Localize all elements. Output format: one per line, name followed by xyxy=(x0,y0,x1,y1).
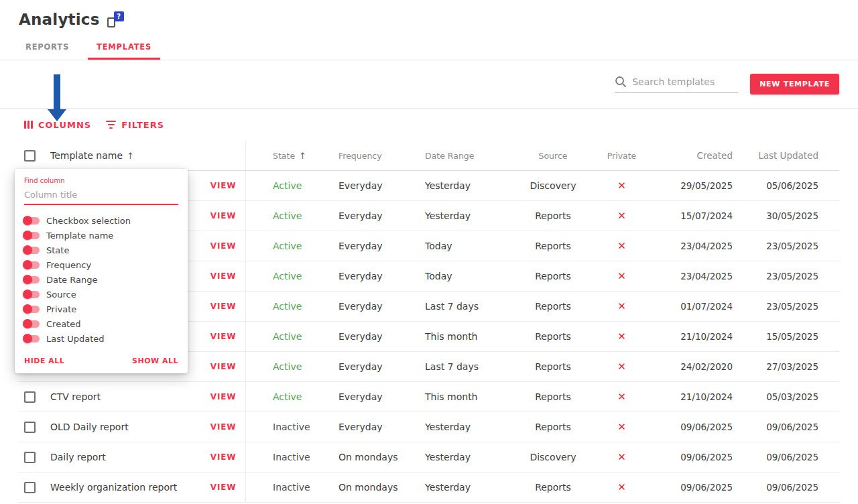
column-toggle-item[interactable]: Checkbox selection xyxy=(24,213,178,228)
frequency-cell: Everyday xyxy=(328,180,416,191)
search-input[interactable] xyxy=(632,76,738,87)
date-range-cell: Yesterday xyxy=(416,422,516,432)
column-toggle-item[interactable]: State xyxy=(24,243,178,257)
toggle-switch-on[interactable] xyxy=(24,276,40,284)
column-toggle-label: Frequency xyxy=(46,260,91,270)
filters-button[interactable]: FILTERS xyxy=(106,120,164,130)
header-private[interactable]: Private xyxy=(590,151,654,161)
private-x-icon: ✕ xyxy=(617,240,626,252)
source-cell: Discovery xyxy=(516,452,590,462)
header-state[interactable]: State ↑ xyxy=(246,151,328,161)
view-link[interactable]: VIEW xyxy=(201,412,246,442)
search-field[interactable] xyxy=(615,76,738,92)
help-icon[interactable]: ? xyxy=(107,11,124,27)
toggle-switch-on[interactable] xyxy=(24,306,40,313)
toggle-knob xyxy=(23,319,32,328)
select-all-checkbox[interactable] xyxy=(24,150,36,162)
row-checkbox[interactable] xyxy=(24,452,36,463)
frequency-cell: Everyday xyxy=(328,301,416,312)
date-range-cell: Last 7 days xyxy=(416,361,516,372)
state-cell: Inactive xyxy=(246,482,328,493)
frequency-cell: On mondays xyxy=(328,452,416,462)
created-cell: 23/04/2025 xyxy=(654,241,737,251)
column-toggle-item[interactable]: Source xyxy=(24,287,178,302)
private-x-icon: ✕ xyxy=(617,300,626,312)
last-updated-cell: 05/06/2025 xyxy=(737,180,839,191)
column-toggle-list: Checkbox selection Template name State F… xyxy=(24,213,178,346)
toggle-knob xyxy=(23,334,32,343)
column-toggle-label: State xyxy=(46,245,69,255)
tab-templates[interactable]: TEMPLATES xyxy=(88,39,160,60)
column-toggle-item[interactable]: Last Updated xyxy=(24,331,178,346)
private-x-icon: ✕ xyxy=(617,180,626,192)
toggle-knob xyxy=(23,304,32,314)
column-toggle-item[interactable]: Private xyxy=(24,302,178,316)
frequency-cell: Everyday xyxy=(328,271,416,281)
columns-button[interactable]: COLUMNS xyxy=(24,120,91,130)
state-cell: Inactive xyxy=(246,452,328,462)
last-updated-cell: 23/05/2025 xyxy=(737,241,839,251)
columns-icon xyxy=(24,121,33,129)
header-last-updated[interactable]: Last Updated xyxy=(737,150,839,161)
view-link[interactable]: VIEW xyxy=(201,442,246,472)
table-row: Weekly organization report VIEW Inactive… xyxy=(19,472,839,503)
template-name-cell: Weekly organization report xyxy=(45,482,201,493)
date-range-cell: This month xyxy=(416,331,516,342)
table-row: OLD Daily report VIEW Inactive Everyday … xyxy=(19,412,839,442)
row-checkbox[interactable] xyxy=(24,482,36,493)
column-toggle-label: Source xyxy=(46,290,76,300)
toggle-switch-on[interactable] xyxy=(24,217,40,225)
filter-icon xyxy=(106,121,116,129)
column-toggle-label: Private xyxy=(46,304,76,314)
header-created[interactable]: Created xyxy=(654,150,737,161)
toggle-switch-on[interactable] xyxy=(24,261,40,269)
column-toggle-item[interactable]: Frequency xyxy=(24,257,178,272)
last-updated-cell: 05/03/2025 xyxy=(737,391,839,402)
view-link[interactable]: VIEW xyxy=(201,322,246,351)
new-template-button[interactable]: NEW TEMPLATE xyxy=(750,74,839,94)
toggle-switch-on[interactable] xyxy=(24,232,40,239)
column-toggle-item[interactable]: Created xyxy=(24,316,178,331)
toggle-knob xyxy=(23,231,32,240)
show-all-button[interactable]: SHOW ALL xyxy=(132,357,178,365)
view-link[interactable]: VIEW xyxy=(201,231,246,261)
frequency-cell: On mondays xyxy=(328,482,416,493)
view-link[interactable]: VIEW xyxy=(201,382,246,412)
created-cell: 09/06/2025 xyxy=(654,422,737,432)
date-range-cell: This month xyxy=(416,391,516,402)
view-link[interactable]: VIEW xyxy=(201,171,246,200)
created-cell: 29/05/2025 xyxy=(654,180,737,191)
column-title-input[interactable] xyxy=(24,187,178,205)
view-link[interactable]: VIEW xyxy=(201,201,246,231)
row-checkbox[interactable] xyxy=(24,422,36,433)
last-updated-cell: 27/03/2025 xyxy=(737,361,839,372)
toggle-switch-on[interactable] xyxy=(24,335,40,342)
view-link[interactable]: VIEW xyxy=(201,292,246,321)
header-template-name[interactable]: Template name ↑ xyxy=(45,150,201,161)
column-toggle-item[interactable]: Template name xyxy=(24,228,178,243)
column-toggle-item[interactable]: Date Range xyxy=(24,272,178,287)
header-date-range[interactable]: Date Range xyxy=(416,151,516,161)
column-toggle-label: Date Range xyxy=(46,275,97,285)
source-cell: Reports xyxy=(516,241,590,251)
popup-footer: HIDE ALL SHOW ALL xyxy=(24,357,178,365)
source-cell: Discovery xyxy=(516,180,590,191)
sort-asc-icon: ↑ xyxy=(299,151,306,161)
source-cell: Reports xyxy=(516,331,590,342)
view-link[interactable]: VIEW xyxy=(201,472,246,502)
view-link[interactable]: VIEW xyxy=(201,261,246,291)
row-checkbox[interactable] xyxy=(24,391,36,403)
last-updated-cell: 09/06/2025 xyxy=(737,452,839,462)
tab-reports[interactable]: REPORTS xyxy=(25,39,69,60)
toggle-switch-on[interactable] xyxy=(24,320,40,328)
toggle-switch-on[interactable] xyxy=(24,247,40,254)
view-link[interactable]: VIEW xyxy=(201,352,246,381)
template-name-cell: OLD Daily report xyxy=(45,422,201,432)
header-frequency[interactable]: Frequency xyxy=(328,151,416,161)
hide-all-button[interactable]: HIDE ALL xyxy=(24,357,64,365)
last-updated-cell: 30/05/2025 xyxy=(737,210,839,221)
private-x-icon: ✕ xyxy=(617,391,626,403)
toggle-switch-on[interactable] xyxy=(24,291,40,298)
frequency-cell: Everyday xyxy=(328,391,416,402)
header-source[interactable]: Source xyxy=(516,151,590,161)
